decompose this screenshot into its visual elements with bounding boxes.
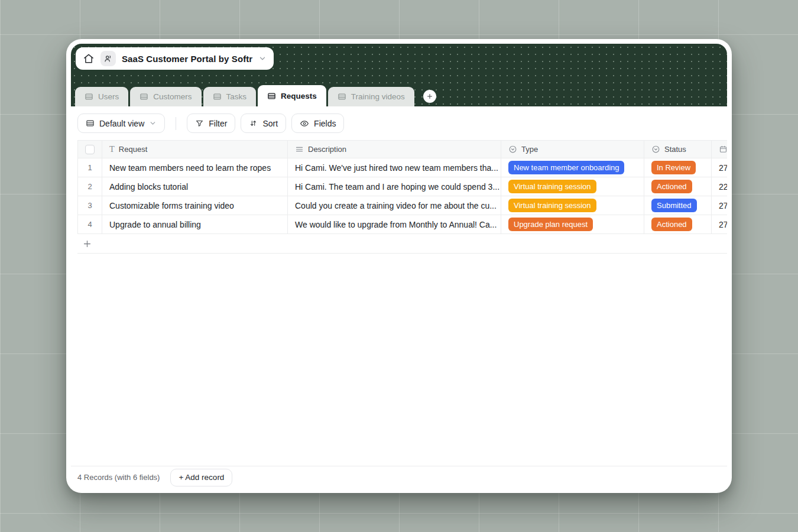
select-all-checkbox[interactable] <box>85 145 95 154</box>
column-header-description[interactable]: Description <box>288 141 501 158</box>
app-header: SaaS Customer Portal by Softr Users Cust… <box>71 44 727 106</box>
fields-eye-icon <box>300 119 309 128</box>
status-cell[interactable]: Actioned <box>644 215 712 234</box>
type-cell[interactable]: Virtual training session <box>501 177 644 196</box>
type-badge: New team member onboarding <box>508 161 624 174</box>
calendar-icon <box>719 145 727 154</box>
home-icon[interactable] <box>83 53 95 64</box>
toolbar-divider <box>176 117 176 130</box>
grid-view-icon <box>86 119 95 128</box>
table-row[interactable]: 4 Upgrade to annual billing We would lik… <box>77 215 727 234</box>
tab-tasks[interactable]: Tasks <box>203 87 257 106</box>
column-header-status[interactable]: Status <box>644 141 712 158</box>
app-title: SaaS Customer Portal by Softr <box>122 54 252 64</box>
request-cell[interactable]: Customizable forms training video <box>102 196 288 215</box>
date-cell[interactable]: 27 <box>712 196 727 215</box>
table-footer: 4 Records (with 6 fields) + Add record <box>71 466 727 488</box>
date-cell[interactable]: 22 <box>712 177 727 196</box>
tab-requests[interactable]: Requests <box>258 85 326 106</box>
view-toolbar: Default view Filter Sort <box>71 106 727 140</box>
column-header-type[interactable]: Type <box>501 141 644 158</box>
table-row[interactable]: 3 Customizable forms training video Coul… <box>77 196 727 215</box>
status-badge: Submitted <box>651 199 697 212</box>
status-badge: Actioned <box>651 180 692 193</box>
status-cell[interactable]: In Review <box>644 158 712 177</box>
row-number: 3 <box>87 201 92 210</box>
date-cell[interactable]: 27 <box>712 215 727 234</box>
empty-area <box>71 254 727 466</box>
tab-users[interactable]: Users <box>75 87 128 106</box>
table-row[interactable]: 2 Adding blocks tutorial Hi Cami. The te… <box>77 177 727 196</box>
column-header-request[interactable]: T Request <box>102 141 288 158</box>
table-header-row: T Request Description Type <box>77 140 727 158</box>
add-row-plus-icon[interactable] <box>82 239 92 249</box>
workspace-switcher[interactable]: SaaS Customer Portal by Softr <box>76 47 274 70</box>
status-badge: Actioned <box>651 218 692 231</box>
type-cell[interactable]: Upgrade plan request <box>501 215 644 234</box>
request-cell[interactable]: New team members need to learn the ropes <box>102 158 288 177</box>
sort-icon <box>249 119 258 128</box>
description-cell[interactable]: Could you create a training video for me… <box>288 196 501 215</box>
date-cell[interactable]: 27 <box>712 158 727 177</box>
tab-customers[interactable]: Customers <box>130 87 201 106</box>
description-cell[interactable]: We would like to upgrade from Monthly to… <box>288 215 501 234</box>
tab-training-videos[interactable]: Training videos <box>328 87 414 106</box>
view-selector-button[interactable]: Default view <box>77 113 165 133</box>
text-field-icon: T <box>109 144 115 154</box>
type-cell[interactable]: New team member onboarding <box>501 158 644 177</box>
fields-button[interactable]: Fields <box>291 113 344 133</box>
type-badge: Virtual training session <box>508 199 596 212</box>
table-tabs: Users Customers Tasks Requests Training … <box>71 85 727 106</box>
records-count: 4 Records (with 6 fields) <box>77 473 160 482</box>
sort-button[interactable]: Sort <box>241 113 286 133</box>
add-table-button[interactable] <box>423 90 436 103</box>
single-select-icon <box>508 145 517 154</box>
workspace-avatar <box>100 51 116 66</box>
add-row[interactable] <box>77 234 727 254</box>
filter-button[interactable]: Filter <box>187 113 235 133</box>
single-select-icon <box>651 145 660 154</box>
add-record-button[interactable]: + Add record <box>170 469 232 486</box>
type-badge: Virtual training session <box>508 180 596 193</box>
chevron-down-icon <box>149 119 157 127</box>
long-text-icon <box>295 145 304 154</box>
type-badge: Upgrade plan request <box>508 218 593 231</box>
type-cell[interactable]: Virtual training session <box>501 196 644 215</box>
filter-icon <box>195 119 204 128</box>
description-cell[interactable]: Hi Cami. We've just hired two new team m… <box>288 158 501 177</box>
row-number: 1 <box>87 163 92 172</box>
description-cell[interactable]: Hi Cami. The team and I are hoping we co… <box>288 177 501 196</box>
table-row[interactable]: 1 New team members need to learn the rop… <box>77 158 727 177</box>
status-badge: In Review <box>651 161 696 174</box>
column-header-date[interactable] <box>712 141 727 158</box>
select-all-cell <box>77 141 102 158</box>
status-cell[interactable]: Submitted <box>644 196 712 215</box>
row-number: 4 <box>87 220 92 229</box>
app-window: SaaS Customer Portal by Softr Users Cust… <box>66 39 732 493</box>
records-table: T Request Description Type <box>77 140 727 254</box>
request-cell[interactable]: Adding blocks tutorial <box>102 177 288 196</box>
status-cell[interactable]: Actioned <box>644 177 712 196</box>
row-number: 2 <box>87 182 92 191</box>
table-view: Default view Filter Sort <box>71 106 727 488</box>
request-cell[interactable]: Upgrade to annual billing <box>102 215 288 234</box>
chevron-down-icon <box>258 54 267 63</box>
